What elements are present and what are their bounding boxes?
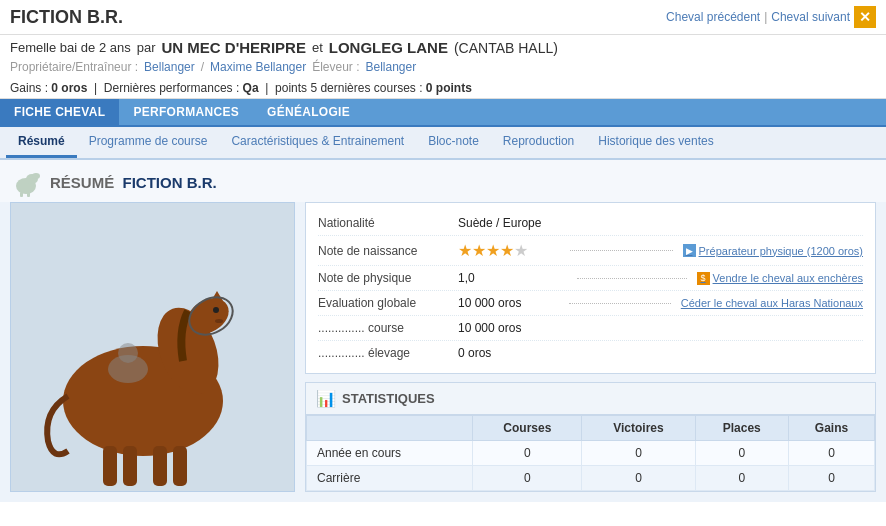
preparateur-label: Préparateur physique (1200 oros) (699, 245, 863, 257)
col-header-victoires: Victoires (582, 416, 695, 441)
eleveur-label: Éleveur : (312, 60, 359, 74)
svg-point-17 (118, 343, 138, 363)
note-naissance-stars: ★★★★★ (458, 241, 560, 260)
close-button[interactable]: ✕ (854, 6, 876, 28)
row-carriere-courses: 0 (473, 466, 582, 491)
meta-line: Propriétaire/Entraîneur : Bellanger / Ma… (10, 60, 876, 74)
owner-link[interactable]: Bellanger (144, 60, 195, 74)
owner-trainer-label: Propriétaire/Entraîneur : (10, 60, 138, 74)
content-area: Nationalité Suède / Europe Note de naiss… (0, 202, 886, 502)
nationalite-value: Suède / Europe (458, 216, 863, 230)
subtab-caracteristiques[interactable]: Caractéristiques & Entrainement (219, 127, 416, 158)
details-column: Nationalité Suède / Europe Note de naiss… (305, 202, 876, 492)
statistics-section: 📊 STATISTIQUES Courses Victoires Places … (305, 382, 876, 492)
stats-title: STATISTIQUES (342, 391, 435, 406)
note-physique-row: Note de physique 1,0 $ Vendre le cheval … (318, 266, 863, 291)
stats-header: 📊 STATISTIQUES (306, 383, 875, 415)
svg-rect-4 (27, 192, 30, 197)
vendre-label: Vendre le cheval aux enchères (713, 272, 863, 284)
details-panel: Nationalité Suède / Europe Note de naiss… (305, 202, 876, 374)
note-physique-value: 1,0 (458, 271, 567, 285)
subtab-historique[interactable]: Historique des ventes (586, 127, 725, 158)
tab-fiche-cheval[interactable]: FICHE CHEVAL (0, 99, 119, 125)
next-horse-link[interactable]: Cheval suivant (771, 10, 850, 24)
vendre-icon: $ (697, 272, 710, 285)
evaluation-value: 10 000 oros (458, 296, 559, 310)
vendre-action[interactable]: $ Vendre le cheval aux enchères (697, 272, 863, 285)
note-naissance-row: Note de naissance ★★★★★ ▶ Préparateur ph… (318, 236, 863, 266)
col-header-label (307, 416, 473, 441)
row-annee-label: Année en cours (307, 441, 473, 466)
evaluation-label: Evaluation globale (318, 296, 458, 310)
course-value: 10 000 oros (458, 321, 863, 335)
svg-marker-10 (211, 291, 223, 301)
note-naissance-label: Note de naissance (318, 244, 458, 258)
elevage-label: .............. élevage (318, 346, 458, 360)
row-annee-courses: 0 (473, 441, 582, 466)
svg-point-2 (32, 173, 40, 179)
sub-tabs: Résumé Programme de course Caractéristiq… (0, 127, 886, 160)
svg-rect-11 (153, 446, 167, 486)
col-header-courses: Courses (473, 416, 582, 441)
horse-title: FICTION B.R. (10, 7, 123, 28)
svg-rect-3 (20, 192, 23, 197)
course-row: .............. course 10 000 oros (318, 316, 863, 341)
dam-name: LONGLEG LANE (329, 39, 448, 56)
last-perf-value: Qa (243, 81, 259, 95)
tab-performances[interactable]: PERFORMANCES (119, 99, 253, 125)
note-physique-label: Note de physique (318, 271, 458, 285)
nationalite-label: Nationalité (318, 216, 458, 230)
last-perf-label: Dernières performances : (104, 81, 239, 95)
resume-prefix: RÉSUMÉ (50, 174, 114, 191)
prev-horse-link[interactable]: Cheval précédent (666, 10, 760, 24)
evaluation-row: Evaluation globale 10 000 oros Céder le … (318, 291, 863, 316)
eleveur-link[interactable]: Bellanger (366, 60, 417, 74)
stats-table: Courses Victoires Places Gains Année en … (306, 415, 875, 491)
col-header-places: Places (695, 416, 788, 441)
gains-label: Gains : (10, 81, 48, 95)
svg-rect-14 (123, 446, 137, 486)
sire-name: UN MEC D'HERIPRE (161, 39, 305, 56)
breed-info-row: Femelle bai de 2 ans par UN MEC D'HERIPR… (0, 35, 886, 78)
par-label: par (137, 40, 156, 55)
subtab-resume[interactable]: Résumé (6, 127, 77, 158)
row-carriere-places: 0 (695, 466, 788, 491)
svg-point-8 (213, 307, 219, 313)
row-carriere-label: Carrière (307, 466, 473, 491)
tab-genealogie[interactable]: GÉNÉALOGIE (253, 99, 364, 125)
points-value: 0 points (426, 81, 472, 95)
preparateur-action[interactable]: ▶ Préparateur physique (1200 oros) (683, 244, 863, 257)
stats-row-annee: Année en cours 0 0 0 0 (307, 441, 875, 466)
sep2: | (265, 81, 268, 95)
svg-rect-13 (103, 446, 117, 486)
subtab-bloc-note[interactable]: Bloc-note (416, 127, 491, 158)
nav-separator-1: | (764, 10, 767, 24)
stats-row-carriere: Carrière 0 0 0 0 (307, 466, 875, 491)
gains-value: 0 oros (51, 81, 87, 95)
elevage-value: 0 oros (458, 346, 863, 360)
stats-header-row: Courses Victoires Places Gains (307, 416, 875, 441)
ceder-label: Céder le cheval aux Haras Nationaux (681, 297, 863, 309)
ceder-action[interactable]: Céder le cheval aux Haras Nationaux (681, 297, 863, 309)
dam-sire-name: (CANTAB HALL) (454, 40, 558, 56)
preparateur-icon: ▶ (683, 244, 696, 257)
row-annee-gains: 0 (788, 441, 874, 466)
meta-separator: / (201, 60, 204, 74)
row-carriere-gains: 0 (788, 466, 874, 491)
subtab-programme[interactable]: Programme de course (77, 127, 220, 158)
main-tabs: FICHE CHEVAL PERFORMANCES GÉNÉALOGIE (0, 99, 886, 127)
trainer-link[interactable]: Maxime Bellanger (210, 60, 306, 74)
chart-icon: 📊 (316, 389, 336, 408)
svg-point-9 (215, 319, 223, 323)
top-bar: FICTION B.R. Cheval précédent | Cheval s… (0, 0, 886, 35)
subtab-reproduction[interactable]: Reproduction (491, 127, 586, 158)
sep1: | (94, 81, 97, 95)
description: Femelle bai de 2 ans (10, 40, 131, 55)
row-annee-victoires: 0 (582, 441, 695, 466)
nav-links: Cheval précédent | Cheval suivant ✕ (666, 6, 876, 28)
horse-section-icon (10, 166, 42, 198)
et-label: et (312, 40, 323, 55)
breed-line: Femelle bai de 2 ans par UN MEC D'HERIPR… (10, 39, 876, 56)
col-header-gains: Gains (788, 416, 874, 441)
horse-illustration (23, 231, 283, 491)
